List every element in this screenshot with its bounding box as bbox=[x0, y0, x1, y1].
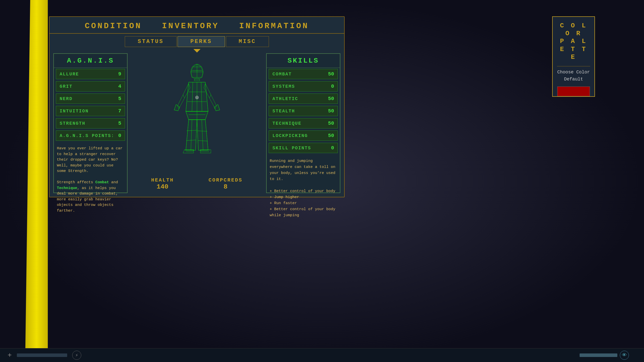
bottom-bar: + ⚡ 👁 bbox=[0, 348, 644, 362]
health-label: HEALTH bbox=[151, 177, 174, 183]
nav-condition[interactable]: CONDITION bbox=[85, 21, 142, 31]
svg-line-70 bbox=[183, 150, 184, 153]
svg-line-30 bbox=[183, 95, 184, 98]
skill-bonus-4: + Better control of your body while jump… bbox=[270, 206, 337, 218]
skills-title: SKILLS bbox=[267, 54, 340, 68]
health-stat: HEALTH 140 bbox=[151, 177, 174, 191]
corpcreds-label: CORPCREDS bbox=[209, 177, 243, 183]
skill-points-row: SKILL POINTS 0 bbox=[269, 143, 338, 153]
health-value: 140 bbox=[151, 183, 174, 191]
skill-name-stealth: STEALTH bbox=[272, 109, 295, 114]
skill-name-systems: SYSTEMS bbox=[272, 84, 295, 89]
stat-value-intuition: 7 bbox=[118, 108, 121, 114]
skill-bonus-2: + Jump higher bbox=[270, 194, 337, 200]
svg-point-80 bbox=[196, 97, 197, 98]
skill-value-combat: 50 bbox=[328, 71, 334, 77]
tab-indicator-arrow bbox=[193, 49, 200, 53]
stat-row-strength[interactable]: STRENGTH 5 bbox=[56, 118, 125, 128]
skill-bonus-3: + Run faster bbox=[270, 200, 337, 206]
skills-panel: SKILLS COMBAT 50 SYSTEMS 0 ATHLETIC 50 S… bbox=[266, 53, 340, 193]
top-nav: CONDITION INVENTORY INFORMATION bbox=[50, 17, 344, 34]
skill-points-label: SKILL POINTS bbox=[272, 146, 311, 151]
stat-value-strength: 5 bbox=[118, 120, 121, 126]
stat-value-nerd: 5 bbox=[118, 96, 121, 102]
skill-row-systems[interactable]: SYSTEMS 0 bbox=[269, 81, 338, 92]
agnis-desc-p1: Have you ever lifted up a car to help a … bbox=[57, 146, 124, 174]
skill-desc-main: Running and jumping everywhere can take … bbox=[270, 158, 337, 182]
skill-row-technique[interactable]: TECHNIQUE 50 bbox=[269, 118, 338, 128]
palette-color-swatch[interactable] bbox=[557, 86, 590, 96]
skill-bonus-1: + Better control of your body bbox=[270, 188, 337, 194]
skill-name-lockpicking: LOCKPICKING bbox=[272, 133, 308, 138]
content-area: A.G.N.I.S ALLURE 9 GRIT 4 NERD 5 INTUITI… bbox=[50, 50, 344, 197]
main-container: CONDITION INVENTORY INFORMATION STATUS P… bbox=[49, 16, 345, 197]
character-model-svg: .wire { stroke: #00ff00; stroke-width: 0… bbox=[167, 61, 227, 167]
corpcreds-stat: CORPCREDS 8 bbox=[209, 177, 243, 191]
stat-name-nerd: NERD bbox=[60, 96, 72, 101]
skill-value-stealth: 50 bbox=[328, 108, 334, 114]
stat-name-strength: STRENGTH bbox=[60, 121, 85, 126]
stat-name-intuition: INTUITION bbox=[60, 109, 89, 114]
tab-misc[interactable]: MISC bbox=[226, 36, 269, 47]
skill-name-combat: COMBAT bbox=[272, 72, 292, 77]
skill-value-systems: 0 bbox=[331, 83, 334, 89]
skill-value-lockpicking: 50 bbox=[328, 133, 334, 139]
svg-line-40 bbox=[209, 95, 211, 98]
agnis-points-label: A.G.N.I.S POINTS: bbox=[60, 133, 114, 138]
agnis-panel: A.G.N.I.S ALLURE 9 GRIT 4 NERD 5 INTUITI… bbox=[53, 53, 128, 193]
skill-row-lockpicking[interactable]: LOCKPICKING 50 bbox=[269, 130, 338, 141]
center-panel: .wire { stroke: #00ff00; stroke-width: 0… bbox=[131, 53, 262, 193]
agnis-description: Have you ever lifted up a car to help a … bbox=[54, 143, 127, 217]
bottom-right-controls: 👁 bbox=[580, 351, 629, 360]
skill-value-technique: 50 bbox=[328, 120, 334, 126]
svg-marker-74 bbox=[200, 150, 209, 152]
eye-icon[interactable]: 👁 bbox=[620, 351, 629, 360]
agnis-technique-keyword: Technique bbox=[57, 186, 77, 190]
agnis-points-row: A.G.N.I.S POINTS: 0 bbox=[56, 130, 125, 141]
agnis-points-value: 0 bbox=[118, 133, 121, 139]
stat-value-allure: 9 bbox=[118, 71, 121, 77]
color-palette-panel: C O L O RP A L E T T E Choose Color Defa… bbox=[552, 16, 595, 97]
character-model-area: .wire { stroke: #00ff00; stroke-width: 0… bbox=[131, 53, 262, 175]
stat-row-nerd[interactable]: NERD 5 bbox=[56, 94, 125, 104]
skill-value-athletic: 50 bbox=[328, 96, 334, 102]
bottom-right-track bbox=[580, 353, 617, 357]
lightning-icon[interactable]: ⚡ bbox=[72, 351, 81, 360]
stat-name-grit: GRIT bbox=[60, 84, 72, 89]
skill-points-value: 0 bbox=[331, 145, 334, 151]
stat-name-allure: ALLURE bbox=[60, 72, 79, 77]
skill-row-stealth[interactable]: STEALTH 50 bbox=[269, 106, 338, 116]
stat-value-grit: 4 bbox=[118, 83, 121, 89]
bottom-progress-track bbox=[17, 353, 67, 357]
character-stats-bottom: HEALTH 140 CORPCREDS 8 bbox=[131, 175, 262, 193]
stat-row-intuition[interactable]: INTUITION 7 bbox=[56, 106, 125, 116]
svg-marker-69 bbox=[184, 150, 193, 152]
agnis-title: A.G.N.I.S bbox=[54, 54, 127, 68]
skill-row-combat[interactable]: COMBAT 50 bbox=[269, 69, 338, 79]
nav-information[interactable]: INFORMATION bbox=[239, 21, 309, 31]
corpcreds-value: 8 bbox=[209, 183, 243, 191]
skill-name-athletic: ATHLETIC bbox=[272, 96, 298, 101]
stat-row-allure[interactable]: ALLURE 9 bbox=[56, 69, 125, 79]
tab-bar: STATUS PERKS MISC bbox=[50, 34, 344, 50]
skills-description: Running and jumping everywhere can take … bbox=[267, 155, 340, 221]
skill-row-athletic[interactable]: ATHLETIC 50 bbox=[269, 94, 338, 104]
svg-marker-61 bbox=[197, 120, 208, 150]
stat-row-grit[interactable]: GRIT 4 bbox=[56, 81, 125, 92]
tab-status[interactable]: STATUS bbox=[125, 36, 176, 47]
plus-icon[interactable]: + bbox=[8, 351, 12, 359]
agnis-combat-keyword: Combat bbox=[95, 180, 109, 185]
palette-title: C O L O RP A L E T T E bbox=[553, 17, 594, 64]
palette-choose-color[interactable]: Choose Color bbox=[556, 69, 591, 76]
palette-default[interactable]: Default bbox=[563, 76, 584, 83]
nav-inventory[interactable]: INVENTORY bbox=[162, 21, 219, 31]
tab-perks[interactable]: PERKS bbox=[178, 36, 225, 47]
skill-name-technique: TECHNIQUE bbox=[272, 121, 301, 126]
agnis-desc-p2: Strength affects Combat and Technique, a… bbox=[57, 180, 124, 214]
